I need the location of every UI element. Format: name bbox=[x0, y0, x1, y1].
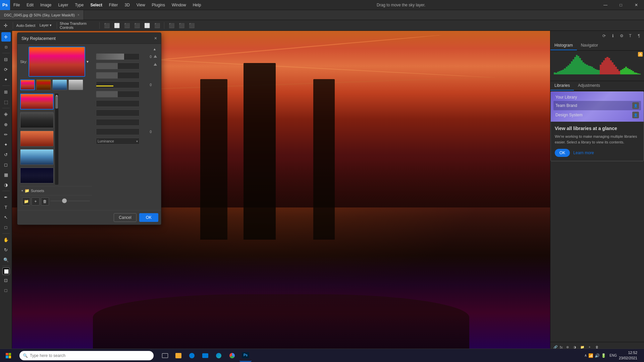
taskbar-store[interactable] bbox=[186, 350, 198, 362]
sky-list-scrollbar[interactable]: ▲ bbox=[55, 94, 58, 185]
sky-thumb-3[interactable] bbox=[52, 79, 67, 90]
maximize-button[interactable]: □ bbox=[613, 0, 629, 10]
ok-button[interactable]: OK bbox=[139, 213, 158, 222]
panel-icon-1[interactable]: ⟳ bbox=[600, 32, 608, 40]
options-btn[interactable]: Auto-Select bbox=[16, 21, 36, 30]
align-left-btn[interactable]: ⬛ bbox=[102, 21, 111, 30]
sky-list-item-5[interactable] bbox=[20, 168, 54, 183]
panel-icon-2[interactable]: ℹ bbox=[609, 32, 616, 40]
menu-edit[interactable]: Edit bbox=[23, 0, 37, 10]
histogram-tab[interactable]: Histogram bbox=[550, 41, 577, 50]
team-brand-share-icon[interactable]: 👤 bbox=[632, 102, 639, 109]
tab-close-button[interactable]: × bbox=[77, 13, 79, 17]
document-tab[interactable]: DSC_0045.jpg @ 50% (Sky, Layer Mask/8) × bbox=[0, 10, 84, 20]
taskbar-clock[interactable]: 12:52 23/02/2021 bbox=[619, 350, 637, 361]
learn-more-button[interactable]: Learn more bbox=[573, 150, 594, 155]
taskbar-photoshop[interactable]: Ps bbox=[239, 350, 252, 362]
close-button[interactable]: ✕ bbox=[629, 0, 644, 10]
sky-list-item-1[interactable] bbox=[20, 94, 54, 110]
sky-thumb-4[interactable] bbox=[68, 79, 83, 90]
menu-file[interactable]: File bbox=[10, 0, 23, 10]
slider-row-2[interactable] bbox=[96, 63, 140, 69]
taskbar-file-explorer[interactable] bbox=[172, 350, 184, 362]
collapse-icon[interactable]: ▾ bbox=[21, 189, 23, 192]
sky-list-item-4[interactable] bbox=[20, 149, 54, 165]
shape-tool[interactable]: □ bbox=[1, 223, 11, 232]
clone-tool[interactable]: ✦ bbox=[1, 140, 11, 149]
language-indicator[interactable]: ENG bbox=[609, 354, 617, 357]
menu-3d[interactable]: 3D bbox=[121, 0, 133, 10]
gradient-tool[interactable]: ▦ bbox=[1, 170, 11, 179]
menu-select[interactable]: Select bbox=[87, 0, 105, 10]
sky-delete-btn[interactable]: 🗑 bbox=[41, 197, 49, 205]
slider-dropdown[interactable]: Luminance ▾ bbox=[96, 138, 140, 144]
team-brand-item[interactable]: Team Brand 👤 bbox=[553, 101, 641, 110]
panel-icon-3[interactable]: ⚙ bbox=[618, 32, 625, 40]
menu-layer[interactable]: Layer bbox=[55, 0, 71, 10]
sky-preview-chevron[interactable]: ▾ bbox=[87, 59, 92, 64]
taskbar-edge[interactable] bbox=[213, 350, 225, 362]
distribute-btn[interactable]: ⬛ bbox=[167, 21, 176, 30]
slider-row-yellow[interactable] bbox=[96, 81, 140, 88]
slider-row-7[interactable] bbox=[96, 119, 140, 126]
slider-row-5[interactable] bbox=[96, 100, 140, 107]
adjustments-tab[interactable]: Adjustments bbox=[574, 81, 604, 90]
menu-image[interactable]: Image bbox=[37, 0, 55, 10]
align-right-btn[interactable]: ⬛ bbox=[122, 21, 131, 30]
start-button[interactable] bbox=[0, 349, 17, 362]
frame-tool[interactable]: ⬚ bbox=[1, 97, 11, 107]
lasso-tool[interactable]: ⟳ bbox=[1, 65, 11, 74]
dodge-tool[interactable]: ◑ bbox=[1, 180, 11, 189]
path-selection-tool[interactable]: ↖ bbox=[1, 213, 11, 222]
menu-view[interactable]: View bbox=[133, 0, 149, 10]
eraser-tool[interactable]: ◻ bbox=[1, 160, 11, 169]
panel-icon-4[interactable]: T bbox=[627, 32, 634, 40]
distribute2-btn[interactable]: ⬛ bbox=[177, 21, 186, 30]
layer-option-btn[interactable]: Layer ▾ bbox=[37, 21, 54, 30]
minimize-button[interactable]: — bbox=[598, 0, 613, 10]
taskbar-chrome[interactable] bbox=[226, 350, 238, 362]
crop-tool[interactable]: ⊞ bbox=[1, 87, 11, 97]
sky-folder-btn[interactable]: 📁 bbox=[22, 197, 30, 205]
text-tool[interactable]: T bbox=[1, 202, 11, 212]
align-middle-btn[interactable]: ⬜ bbox=[143, 21, 151, 30]
scroll-up-btn[interactable]: ▲ bbox=[152, 47, 157, 51]
zoom-tool[interactable]: 🔍 bbox=[1, 255, 11, 264]
battery-icon[interactable]: 🔋 bbox=[601, 353, 606, 358]
eyedropper-tool[interactable]: ✙ bbox=[1, 110, 11, 119]
volume-icon[interactable]: 🔊 bbox=[595, 353, 600, 358]
dialog-close-button[interactable]: × bbox=[154, 36, 157, 41]
navigator-tab[interactable]: Navigator bbox=[577, 41, 602, 50]
menu-filter[interactable]: Filter bbox=[106, 0, 121, 10]
artboard-tool[interactable]: ⊡ bbox=[1, 42, 11, 52]
menu-plugins[interactable]: Plugins bbox=[149, 0, 168, 10]
panel-icon-5[interactable]: ¶ bbox=[635, 32, 643, 40]
history-brush-tool[interactable]: ↺ bbox=[1, 150, 11, 159]
design-system-item[interactable]: Design System 👤 bbox=[553, 110, 641, 120]
taskbar-task-view[interactable] bbox=[159, 350, 171, 362]
move-tool[interactable]: ✛ bbox=[1, 32, 11, 42]
marquee-tool[interactable]: ⊟ bbox=[1, 55, 11, 64]
taskbar-mail[interactable] bbox=[199, 350, 211, 362]
show-hidden-icon[interactable]: ∧ bbox=[584, 353, 587, 358]
show-transform-btn[interactable]: Show Transform Controls bbox=[60, 21, 97, 30]
taskbar-search-box[interactable]: 🔍 bbox=[19, 351, 154, 360]
lib-ok-button[interactable]: OK bbox=[555, 149, 570, 157]
sky-list-item-2[interactable] bbox=[20, 112, 54, 128]
brush-tool[interactable]: ✏ bbox=[1, 130, 11, 139]
sky-thumb-1[interactable] bbox=[20, 79, 35, 90]
slider-row-6[interactable] bbox=[96, 110, 140, 116]
align-bottom-btn[interactable]: ⬛ bbox=[153, 21, 161, 30]
align-top-btn[interactable]: ⬛ bbox=[132, 21, 141, 30]
slider-arrow-1[interactable] bbox=[154, 55, 157, 58]
pen-tool[interactable]: ✒ bbox=[1, 192, 11, 202]
foreground-color[interactable] bbox=[2, 267, 10, 275]
sky-preview-image[interactable] bbox=[29, 47, 85, 77]
design-system-share-icon[interactable]: 👤 bbox=[632, 112, 639, 118]
libraries-tab[interactable]: Libraries bbox=[550, 81, 574, 90]
menu-help[interactable]: Help bbox=[190, 0, 205, 10]
network-icon[interactable]: 📶 bbox=[588, 353, 593, 358]
slider-row-4[interactable] bbox=[96, 91, 140, 98]
screen-mode-btn[interactable]: □ bbox=[1, 286, 11, 295]
slider-row-3[interactable] bbox=[96, 72, 140, 79]
